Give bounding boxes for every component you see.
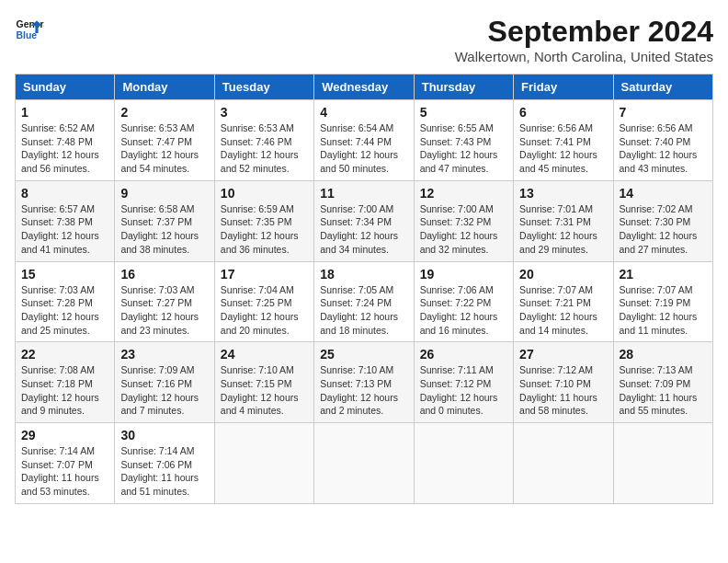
weekday-header-row: SundayMondayTuesdayWednesdayThursdayFrid…: [16, 75, 713, 100]
day-number: 18: [320, 267, 407, 282]
calendar-cell: 1Sunrise: 6:52 AM Sunset: 7:48 PM Daylig…: [16, 100, 115, 181]
calendar-cell: [314, 423, 414, 504]
day-number: 9: [120, 186, 208, 201]
day-detail: Sunrise: 6:52 AM Sunset: 7:48 PM Dayligh…: [21, 121, 108, 176]
calendar-cell: 10Sunrise: 6:59 AM Sunset: 7:35 PM Dayli…: [214, 180, 313, 261]
calendar-cell: 7Sunrise: 6:56 AM Sunset: 7:40 PM Daylig…: [613, 100, 712, 181]
calendar-cell: 25Sunrise: 7:10 AM Sunset: 7:13 PM Dayli…: [314, 342, 414, 423]
calendar-cell: 22Sunrise: 7:08 AM Sunset: 7:18 PM Dayli…: [16, 342, 115, 423]
day-detail: Sunrise: 7:11 AM Sunset: 7:12 PM Dayligh…: [420, 363, 507, 418]
calendar-cell: 16Sunrise: 7:03 AM Sunset: 7:27 PM Dayli…: [115, 261, 214, 342]
day-detail: Sunrise: 7:06 AM Sunset: 7:22 PM Dayligh…: [420, 283, 507, 338]
day-number: 28: [620, 347, 707, 362]
calendar-cell: 6Sunrise: 6:56 AM Sunset: 7:41 PM Daylig…: [514, 100, 613, 181]
day-detail: Sunrise: 7:01 AM Sunset: 7:31 PM Dayligh…: [519, 202, 607, 257]
calendar-cell: 24Sunrise: 7:10 AM Sunset: 7:15 PM Dayli…: [214, 342, 313, 423]
day-detail: Sunrise: 7:14 AM Sunset: 7:06 PM Dayligh…: [120, 444, 208, 499]
day-number: 6: [519, 105, 607, 120]
day-detail: Sunrise: 7:12 AM Sunset: 7:10 PM Dayligh…: [519, 363, 607, 418]
day-detail: Sunrise: 7:00 AM Sunset: 7:32 PM Dayligh…: [420, 202, 507, 257]
day-number: 19: [420, 267, 507, 282]
calendar-cell: 2Sunrise: 6:53 AM Sunset: 7:47 PM Daylig…: [115, 100, 214, 181]
day-detail: Sunrise: 7:08 AM Sunset: 7:18 PM Dayligh…: [21, 363, 108, 418]
day-number: 3: [221, 105, 308, 120]
day-number: 17: [221, 267, 308, 282]
calendar-week-1: 1Sunrise: 6:52 AM Sunset: 7:48 PM Daylig…: [16, 100, 713, 181]
day-detail: Sunrise: 7:10 AM Sunset: 7:15 PM Dayligh…: [221, 363, 308, 418]
day-detail: Sunrise: 7:00 AM Sunset: 7:34 PM Dayligh…: [320, 202, 407, 257]
day-number: 20: [519, 267, 607, 282]
calendar-cell: 23Sunrise: 7:09 AM Sunset: 7:16 PM Dayli…: [115, 342, 214, 423]
calendar-cell: 30Sunrise: 7:14 AM Sunset: 7:06 PM Dayli…: [115, 423, 214, 504]
day-number: 30: [120, 428, 208, 442]
weekday-header-saturday: Saturday: [613, 75, 712, 100]
calendar-cell: 5Sunrise: 6:55 AM Sunset: 7:43 PM Daylig…: [414, 100, 513, 181]
day-detail: Sunrise: 6:53 AM Sunset: 7:46 PM Dayligh…: [221, 121, 308, 176]
day-detail: Sunrise: 6:56 AM Sunset: 7:41 PM Dayligh…: [519, 121, 607, 176]
calendar-cell: 27Sunrise: 7:12 AM Sunset: 7:10 PM Dayli…: [514, 342, 613, 423]
calendar-cell: [514, 423, 613, 504]
day-detail: Sunrise: 6:56 AM Sunset: 7:40 PM Dayligh…: [620, 121, 707, 176]
location-title: Walkertown, North Carolina, United State…: [455, 49, 713, 64]
day-detail: Sunrise: 6:59 AM Sunset: 7:35 PM Dayligh…: [221, 202, 308, 257]
day-detail: Sunrise: 7:03 AM Sunset: 7:27 PM Dayligh…: [120, 283, 208, 338]
weekday-header-sunday: Sunday: [16, 75, 115, 100]
day-number: 21: [620, 267, 707, 282]
calendar-cell: 12Sunrise: 7:00 AM Sunset: 7:32 PM Dayli…: [414, 180, 513, 261]
day-detail: Sunrise: 7:05 AM Sunset: 7:24 PM Dayligh…: [320, 283, 407, 338]
day-number: 14: [620, 186, 707, 201]
day-detail: Sunrise: 7:02 AM Sunset: 7:30 PM Dayligh…: [620, 202, 707, 257]
calendar-week-3: 15Sunrise: 7:03 AM Sunset: 7:28 PM Dayli…: [16, 261, 713, 342]
day-number: 10: [221, 186, 308, 201]
calendar-cell: 3Sunrise: 6:53 AM Sunset: 7:46 PM Daylig…: [214, 100, 313, 181]
day-number: 27: [519, 347, 607, 362]
day-detail: Sunrise: 6:53 AM Sunset: 7:47 PM Dayligh…: [120, 121, 208, 176]
calendar-cell: [613, 423, 712, 504]
calendar-cell: 20Sunrise: 7:07 AM Sunset: 7:21 PM Dayli…: [514, 261, 613, 342]
header: General Blue September 2024 Walkertown, …: [15, 15, 713, 64]
weekday-header-thursday: Thursday: [414, 75, 513, 100]
weekday-header-wednesday: Wednesday: [314, 75, 414, 100]
day-number: 23: [120, 347, 208, 362]
weekday-header-friday: Friday: [514, 75, 613, 100]
calendar-cell: 9Sunrise: 6:58 AM Sunset: 7:37 PM Daylig…: [115, 180, 214, 261]
day-number: 7: [620, 105, 707, 120]
calendar-cell: 29Sunrise: 7:14 AM Sunset: 7:07 PM Dayli…: [16, 423, 115, 504]
day-number: 2: [120, 105, 208, 120]
logo: General Blue: [15, 15, 44, 44]
calendar-cell: 21Sunrise: 7:07 AM Sunset: 7:19 PM Dayli…: [613, 261, 712, 342]
calendar-cell: 14Sunrise: 7:02 AM Sunset: 7:30 PM Dayli…: [613, 180, 712, 261]
calendar-week-2: 8Sunrise: 6:57 AM Sunset: 7:38 PM Daylig…: [16, 180, 713, 261]
day-number: 1: [21, 105, 108, 120]
day-number: 26: [420, 347, 507, 362]
day-number: 11: [320, 186, 407, 201]
day-detail: Sunrise: 6:55 AM Sunset: 7:43 PM Dayligh…: [420, 121, 507, 176]
calendar-week-5: 29Sunrise: 7:14 AM Sunset: 7:07 PM Dayli…: [16, 423, 713, 504]
day-detail: Sunrise: 6:58 AM Sunset: 7:37 PM Dayligh…: [120, 202, 208, 257]
month-title: September 2024: [455, 15, 713, 49]
calendar-cell: 19Sunrise: 7:06 AM Sunset: 7:22 PM Dayli…: [414, 261, 513, 342]
day-number: 13: [519, 186, 607, 201]
day-detail: Sunrise: 7:03 AM Sunset: 7:28 PM Dayligh…: [21, 283, 108, 338]
day-detail: Sunrise: 6:54 AM Sunset: 7:44 PM Dayligh…: [320, 121, 407, 176]
day-number: 12: [420, 186, 507, 201]
calendar-cell: [414, 423, 513, 504]
day-number: 29: [21, 428, 108, 442]
day-detail: Sunrise: 7:13 AM Sunset: 7:09 PM Dayligh…: [620, 363, 707, 418]
day-detail: Sunrise: 7:07 AM Sunset: 7:21 PM Dayligh…: [519, 283, 607, 338]
day-number: 15: [21, 267, 108, 282]
day-number: 24: [221, 347, 308, 362]
calendar-cell: 26Sunrise: 7:11 AM Sunset: 7:12 PM Dayli…: [414, 342, 513, 423]
title-area: September 2024 Walkertown, North Carolin…: [455, 15, 713, 64]
day-number: 8: [21, 186, 108, 201]
weekday-header-tuesday: Tuesday: [214, 75, 313, 100]
day-detail: Sunrise: 7:14 AM Sunset: 7:07 PM Dayligh…: [21, 444, 108, 499]
calendar-cell: 11Sunrise: 7:00 AM Sunset: 7:34 PM Dayli…: [314, 180, 414, 261]
day-number: 4: [320, 105, 407, 120]
day-detail: Sunrise: 7:10 AM Sunset: 7:13 PM Dayligh…: [320, 363, 407, 418]
day-detail: Sunrise: 7:09 AM Sunset: 7:16 PM Dayligh…: [120, 363, 208, 418]
day-detail: Sunrise: 6:57 AM Sunset: 7:38 PM Dayligh…: [21, 202, 108, 257]
calendar-week-4: 22Sunrise: 7:08 AM Sunset: 7:18 PM Dayli…: [16, 342, 713, 423]
weekday-header-monday: Monday: [115, 75, 214, 100]
calendar-cell: 13Sunrise: 7:01 AM Sunset: 7:31 PM Dayli…: [514, 180, 613, 261]
